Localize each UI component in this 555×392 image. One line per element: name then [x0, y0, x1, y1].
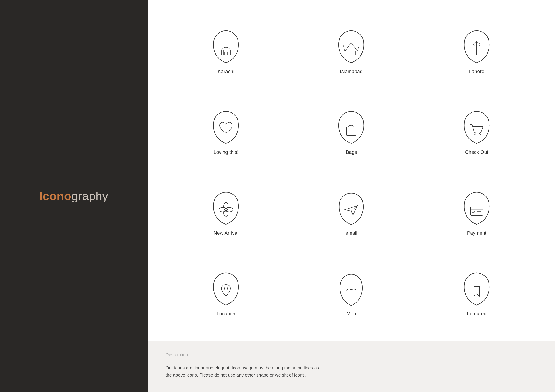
title-light: graphy [71, 190, 108, 202]
icon-label-bags: Bags [346, 149, 357, 155]
icon-label-loving: Loving this! [214, 149, 239, 155]
icon-label-newarrival: New Arrival [214, 230, 239, 236]
icon-label-men: Men [346, 311, 356, 317]
svg-point-31 [224, 287, 227, 290]
icon-cell-newarrival: New Arrival [166, 175, 286, 251]
icon-cell-islamabad: Islamabad [291, 14, 412, 90]
icon-featured [459, 271, 495, 307]
icon-cell-checkout: Check Out [416, 94, 537, 171]
icon-location [208, 271, 244, 307]
icon-bags [333, 109, 369, 145]
svg-rect-3 [224, 52, 227, 55]
icon-email [333, 190, 369, 226]
icon-cell-bags: Bags [291, 94, 412, 171]
icon-cell-men: Men [291, 256, 412, 332]
icon-checkout [459, 109, 495, 145]
icons-grid: Karachi Islamabad [148, 0, 555, 341]
icon-label-lahore: Lahore [469, 69, 484, 74]
icon-cell-email: email [291, 175, 412, 251]
title-bold: Icono [39, 190, 72, 202]
svg-rect-29 [472, 211, 475, 212]
svg-line-8 [358, 45, 359, 51]
icon-label-featured: Featured [467, 311, 487, 317]
icon-cell-loving: Loving this! [166, 94, 286, 171]
icon-lahore [459, 29, 495, 64]
icon-cell-karachi: Karachi [166, 14, 286, 90]
svg-rect-0 [221, 50, 230, 55]
icon-loving [208, 109, 244, 145]
icon-cell-location: Location [166, 256, 286, 332]
icon-label-checkout: Check Out [465, 149, 488, 155]
right-panel: Karachi Islamabad [148, 0, 555, 392]
svg-point-19 [474, 133, 476, 134]
page-title: Iconography [39, 189, 109, 203]
svg-point-24 [225, 207, 233, 212]
svg-point-22 [224, 209, 228, 217]
description-text: Our icons are linear and elegant. Icon u… [166, 364, 537, 378]
icon-label-karachi: Karachi [218, 69, 234, 74]
left-panel: Iconography [0, 0, 148, 392]
svg-rect-18 [346, 127, 356, 135]
svg-point-21 [224, 202, 228, 211]
description-title: Description [166, 352, 537, 360]
icon-label-email: email [345, 230, 357, 236]
svg-rect-11 [347, 51, 356, 55]
svg-point-23 [219, 207, 227, 212]
svg-marker-5 [345, 43, 358, 51]
icon-payment [459, 190, 495, 226]
icon-label-payment: Payment [467, 230, 486, 236]
icon-newarrival [208, 190, 244, 226]
icon-cell-payment: Payment [416, 175, 537, 251]
icon-cell-featured: Featured [416, 256, 537, 332]
description-area: Description Our icons are linear and ele… [148, 341, 555, 392]
icon-men [333, 271, 369, 307]
icon-islamabad [333, 29, 369, 64]
svg-line-7 [343, 45, 345, 51]
icon-cell-lahore: Lahore [416, 14, 537, 90]
svg-point-20 [479, 133, 481, 134]
icon-label-islamabad: Islamabad [340, 69, 363, 74]
icon-karachi [208, 29, 244, 64]
icon-label-location: Location [217, 311, 235, 317]
